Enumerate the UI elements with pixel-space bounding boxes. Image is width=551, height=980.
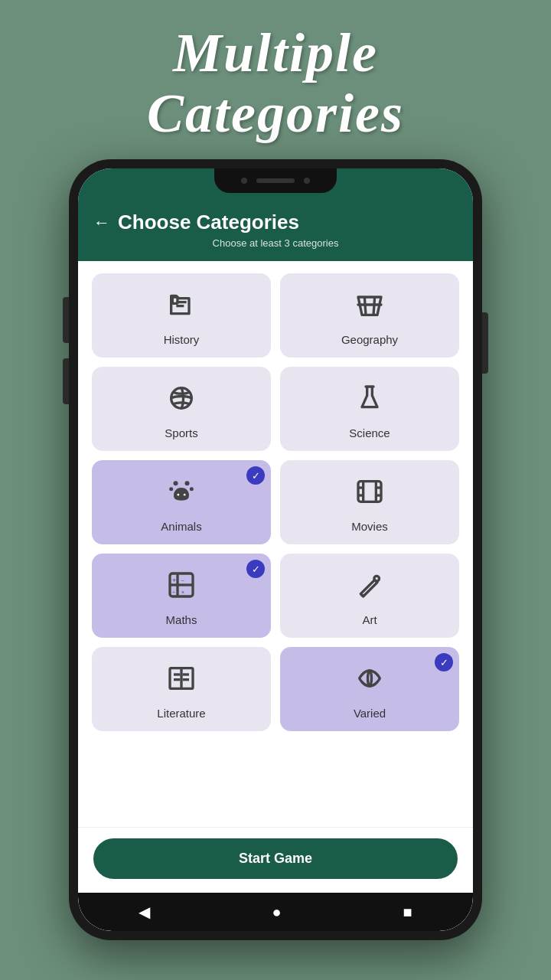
svg-text:×: × [181, 590, 184, 595]
nav-home-button[interactable]: ● [272, 903, 281, 921]
science-icon [354, 383, 385, 420]
bottom-bar: Start Game [78, 827, 473, 893]
svg-text:−: − [181, 578, 184, 583]
varied-label: Varied [354, 707, 386, 720]
svg-point-4 [174, 482, 178, 486]
animals-icon [166, 476, 197, 514]
science-label: Science [349, 426, 390, 439]
history-label: History [164, 333, 200, 346]
nav-recents-button[interactable]: ■ [403, 903, 412, 921]
animals-checkmark: ✓ [246, 466, 265, 485]
geography-label: Geography [341, 333, 398, 346]
movies-label: Movies [351, 520, 388, 533]
header-subtitle: Choose at least 3 categories [93, 237, 458, 249]
notch [214, 168, 337, 193]
category-maths[interactable]: ✓ + − × ÷ Maths [92, 554, 271, 638]
category-history[interactable]: History [92, 273, 271, 358]
varied-icon [354, 663, 385, 701]
sports-label: Sports [165, 426, 197, 439]
back-button[interactable]: ← [93, 213, 110, 233]
category-movies[interactable]: Movies [280, 460, 459, 544]
history-icon [166, 289, 197, 327]
svg-text:+: + [172, 577, 176, 584]
svg-text:÷: ÷ [172, 590, 175, 595]
maths-checkmark: ✓ [246, 560, 265, 578]
category-varied[interactable]: ✓ Varied [280, 647, 459, 731]
header-title: Choose Categories [118, 211, 299, 234]
varied-checkmark: ✓ [435, 653, 453, 671]
svg-point-8 [178, 494, 180, 496]
svg-point-6 [169, 488, 173, 492]
speaker-bar [256, 178, 295, 183]
categories-grid: History Geography [92, 273, 459, 731]
categories-container: History Geography [78, 261, 473, 827]
notch-area [78, 168, 473, 203]
nav-bar: ◀ ● ■ [78, 893, 473, 931]
category-literature[interactable]: Literature [92, 647, 271, 731]
start-game-button[interactable]: Start Game [93, 838, 458, 879]
phone-device: ← Choose Categories Choose at least 3 ca… [69, 159, 482, 940]
literature-label: Literature [157, 707, 205, 720]
camera-dot [241, 178, 247, 184]
category-sports[interactable]: Sports [92, 367, 271, 451]
svg-point-7 [190, 488, 194, 492]
geography-icon [354, 289, 385, 327]
category-science[interactable]: Science [280, 367, 459, 451]
svg-rect-10 [358, 482, 381, 502]
category-animals[interactable]: ✓ Animals [92, 460, 271, 544]
svg-rect-2 [172, 297, 178, 303]
sports-icon [166, 383, 197, 420]
svg-point-9 [184, 494, 186, 496]
maths-icon: + − × ÷ [166, 570, 197, 607]
art-label: Art [362, 613, 377, 626]
sensor-dot [304, 178, 310, 184]
app-header: ← Choose Categories Choose at least 3 ca… [78, 203, 473, 261]
art-icon [354, 570, 385, 607]
movies-icon [354, 476, 385, 514]
nav-back-button[interactable]: ◀ [139, 903, 150, 921]
category-art[interactable]: Art [280, 554, 459, 638]
page-title: Multiple Categories [147, 23, 404, 144]
animals-label: Animals [161, 520, 201, 533]
category-geography[interactable]: Geography [280, 273, 459, 358]
phone-frame: ← Choose Categories Choose at least 3 ca… [69, 159, 482, 940]
svg-point-5 [185, 482, 190, 486]
maths-label: Maths [166, 613, 197, 626]
literature-icon [166, 663, 197, 701]
phone-screen: ← Choose Categories Choose at least 3 ca… [78, 168, 473, 931]
svg-point-24 [374, 577, 380, 582]
